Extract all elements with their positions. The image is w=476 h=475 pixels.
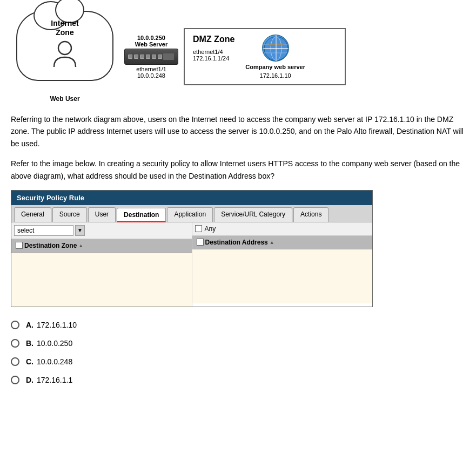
port4	[146, 55, 150, 59]
destination-address-header: Destination Address ▲	[192, 236, 373, 249]
radio-d[interactable]	[11, 376, 19, 384]
tab-source[interactable]: Source	[52, 207, 87, 222]
radio-b[interactable]	[11, 339, 19, 348]
value-d: 172.16.1.1	[37, 376, 72, 384]
zone-toolbar: ▼	[11, 222, 192, 239]
destination-address-body	[192, 249, 373, 303]
addr-header-checkbox[interactable]	[197, 239, 204, 246]
value-a: 172.16.1.10	[37, 321, 77, 329]
dmz-interface-info: ethernet1/4 172.16.1.1/24	[193, 49, 234, 62]
svg-point-2	[271, 37, 281, 60]
web-user-label: Web User	[50, 95, 79, 103]
table-content: ▼ Destination Zone ▲ Any Destination Add…	[11, 222, 372, 307]
web-server-label: 10.0.0.250 Web Server	[135, 35, 167, 48]
tab-general[interactable]: General	[14, 207, 51, 222]
zone-select[interactable]	[14, 225, 73, 236]
answers: A. 172.16.1.10 B. 10.0.0.250 C. 10.0.0.2…	[11, 321, 465, 384]
port3	[140, 55, 144, 59]
destination-zone-col: ▼ Destination Zone ▲	[11, 222, 192, 307]
tab-user[interactable]: User	[88, 207, 116, 222]
tab-actions[interactable]: Actions	[293, 207, 328, 222]
company-server-label: Company web server	[245, 64, 305, 70]
company-server-ip: 172.16.1.10	[260, 72, 291, 79]
network-diagram: InternetZone Web User 10.0.0.250 Web Ser…	[11, 11, 465, 103]
dmz-left: DMZ Zone ethernet1/4 172.16.1.1/24	[193, 35, 234, 62]
zone-header-checkbox[interactable]	[16, 242, 23, 249]
label-c: C.	[26, 357, 33, 366]
tab-destination[interactable]: Destination	[117, 208, 166, 222]
any-checkbox[interactable]	[195, 225, 202, 232]
port6	[158, 55, 162, 59]
label-d: D.	[26, 376, 33, 384]
port5	[152, 55, 156, 59]
internet-zone-title: InternetZone	[51, 19, 78, 37]
radio-a[interactable]	[11, 321, 19, 329]
label-b: B.	[26, 339, 33, 348]
web-server-area: 10.0.0.250 Web Server ethernet1/1 10.0.0…	[124, 35, 178, 79]
firewall-interface-label: ethernet1/1 10.0.0.248	[136, 66, 166, 79]
firewall-body	[163, 53, 174, 60]
answer-a: A. 172.16.1.10	[11, 321, 465, 329]
answer-b: B. 10.0.0.250	[11, 339, 465, 348]
addr-sort-arrow: ▲	[270, 240, 274, 245]
destination-address-col: Any Destination Address ▲	[192, 222, 373, 307]
zone-dropdown-arrow[interactable]: ▼	[75, 225, 85, 236]
person-icon	[51, 40, 78, 74]
company-server-icon	[262, 35, 289, 62]
radio-c[interactable]	[11, 357, 19, 366]
label-a: A.	[26, 321, 33, 329]
question-text-1: Referring to the network diagram above, …	[11, 113, 465, 150]
answer-c: C. 10.0.0.248	[11, 357, 465, 366]
value-b: 10.0.0.250	[37, 339, 72, 348]
any-row: Any	[192, 222, 373, 236]
destination-address-label: Destination Address	[205, 239, 268, 246]
policy-header: Security Policy Rule	[11, 191, 372, 205]
value-c: 10.0.0.248	[37, 357, 72, 366]
port1	[128, 55, 132, 59]
svg-point-1	[264, 37, 288, 60]
firewall-icon	[124, 49, 178, 65]
destination-zone-header: Destination Zone ▲	[11, 239, 192, 253]
dmz-zone: DMZ Zone ethernet1/4 172.16.1.1/24 Com	[184, 28, 346, 85]
security-policy-rule: Security Policy Rule General Source User…	[11, 190, 373, 307]
internet-zone: InternetZone Web User	[11, 11, 119, 103]
tabs-row: General Source User Destination Applicat…	[11, 205, 372, 222]
question-text-2: Refer to the image below. In creating a …	[11, 158, 465, 182]
zone-sort-arrow: ▲	[78, 243, 83, 248]
dmz-zone-title: DMZ Zone	[193, 35, 234, 44]
any-label: Any	[205, 225, 216, 233]
dmz-right: Company web server 172.16.1.10	[245, 35, 305, 79]
svg-point-0	[58, 42, 71, 55]
port2	[134, 55, 138, 59]
answer-d: D. 172.16.1.1	[11, 376, 465, 384]
destination-zone-label: Destination Zone	[24, 242, 77, 249]
tab-service-url[interactable]: Service/URL Category	[214, 207, 292, 222]
destination-zone-body	[11, 253, 192, 307]
tab-application[interactable]: Application	[167, 207, 213, 222]
